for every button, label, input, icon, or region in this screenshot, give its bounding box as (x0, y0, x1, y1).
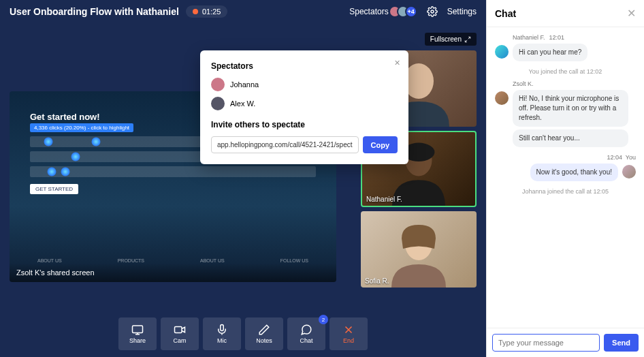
chat-bubble: Now it's good, thank you! (530, 164, 618, 181)
call-title: User Onboarding Flow with Nathaniel (10, 6, 179, 17)
spectators-popup: ✕ Spectators Johanna Alex W. Invite othe… (200, 50, 408, 164)
cam-button[interactable]: Cam (161, 317, 199, 350)
avatar-icon (622, 165, 636, 178)
spectator-name: Alex W. (230, 99, 255, 108)
pencil-icon (258, 324, 270, 336)
chat-button[interactable]: 2 Chat (287, 317, 325, 350)
shared-screen-label: Zsolt K's shared screen (10, 263, 336, 282)
expand-icon (464, 36, 471, 43)
chat-bubble: Still can't hear you... (513, 129, 628, 147)
msg-author: Zsolt K. (513, 80, 534, 87)
spectators-label: Spectators (349, 7, 388, 16)
chat-title: Chat (495, 8, 516, 19)
screen-icon (131, 324, 144, 336)
avatar-icon (211, 78, 225, 91)
topbar-right: Spectators +4 Settings (349, 5, 477, 18)
spectator-row: Johanna (211, 78, 398, 91)
chat-bubble: Hi! No, I think your microphone is off. … (513, 90, 628, 127)
chat-body[interactable]: Nathaniel F. 12:01 Hi can you hear me? Y… (487, 27, 644, 328)
avatar-icon (495, 45, 509, 59)
invite-label: Invite others to spectate (211, 120, 398, 129)
call-main: User Onboarding Flow with Nathaniel 01:2… (0, 0, 486, 357)
popup-title: Spectators (211, 61, 398, 71)
msg-time: 12:04 (607, 154, 622, 161)
ss-cta: GET STARTED (30, 184, 78, 194)
svg-rect-5 (133, 326, 143, 333)
settings-link[interactable]: Settings (447, 7, 477, 16)
svg-point-0 (431, 10, 434, 13)
avatar-icon (495, 91, 509, 105)
call-toolbar: Share Cam Mic Notes 2 Chat End (118, 317, 368, 350)
chat-panel: Chat ✕ Nathaniel F. 12:01 Hi can you hea… (486, 0, 644, 357)
end-button[interactable]: End (329, 317, 368, 350)
avatar-plus-count: +4 (405, 5, 417, 18)
camera-icon (174, 324, 186, 336)
chat-bubble: Hi can you hear me? (513, 44, 587, 61)
fullscreen-button[interactable]: Fullscreen (425, 33, 477, 46)
close-icon[interactable]: ✕ (394, 59, 400, 67)
recording-time: 01:25 (202, 7, 221, 16)
chat-badge: 2 (319, 315, 328, 324)
ss-footer: ABOUT US PRODUCTS ABOUT US FOLLOW US (10, 258, 336, 263)
spectator-name: Johanna (230, 80, 259, 89)
record-dot-icon (193, 9, 198, 14)
copy-button[interactable]: Copy (363, 136, 398, 153)
topbar: User Onboarding Flow with Nathaniel 01:2… (0, 0, 486, 23)
close-icon[interactable]: ✕ (627, 7, 636, 20)
msg-author: Nathaniel F. (513, 34, 545, 41)
chat-icon (300, 324, 312, 336)
send-button[interactable]: Send (604, 334, 639, 352)
chat-header: Chat ✕ (487, 0, 644, 27)
share-button[interactable]: Share (118, 317, 157, 350)
msg-time: 12:01 (549, 34, 565, 41)
mic-icon (216, 324, 228, 336)
ss-badge: 4,336 clicks (20.20%) - click to highlig… (30, 123, 133, 132)
svg-rect-7 (221, 325, 224, 331)
recording-indicator[interactable]: 01:25 (186, 5, 228, 18)
invite-url-input[interactable] (211, 136, 359, 153)
msg-author: You (626, 154, 636, 161)
avatar-icon (211, 97, 225, 110)
spectators-pill[interactable]: Spectators +4 (349, 5, 417, 18)
video-tile-name: Nathaniel F. (366, 196, 402, 203)
video-tile-name: Sofia R. (365, 277, 389, 285)
close-icon (342, 324, 355, 336)
avatar-stack: +4 (393, 5, 417, 18)
notes-button[interactable]: Notes (245, 317, 283, 350)
gear-icon (427, 6, 438, 17)
content-area: Fullscreen Get started now! 4,336 clicks… (0, 23, 486, 357)
spectator-row: Alex W. (211, 97, 398, 110)
chat-input[interactable] (492, 334, 600, 352)
svg-rect-6 (175, 327, 182, 333)
video-tile[interactable]: Sofia R. (361, 211, 477, 288)
system-message: Johanna joined the call at 12:05 (495, 188, 636, 195)
mic-button[interactable]: Mic (203, 317, 241, 350)
system-message: You joined the call at 12:02 (495, 68, 636, 75)
chat-input-row: Send (487, 328, 644, 357)
